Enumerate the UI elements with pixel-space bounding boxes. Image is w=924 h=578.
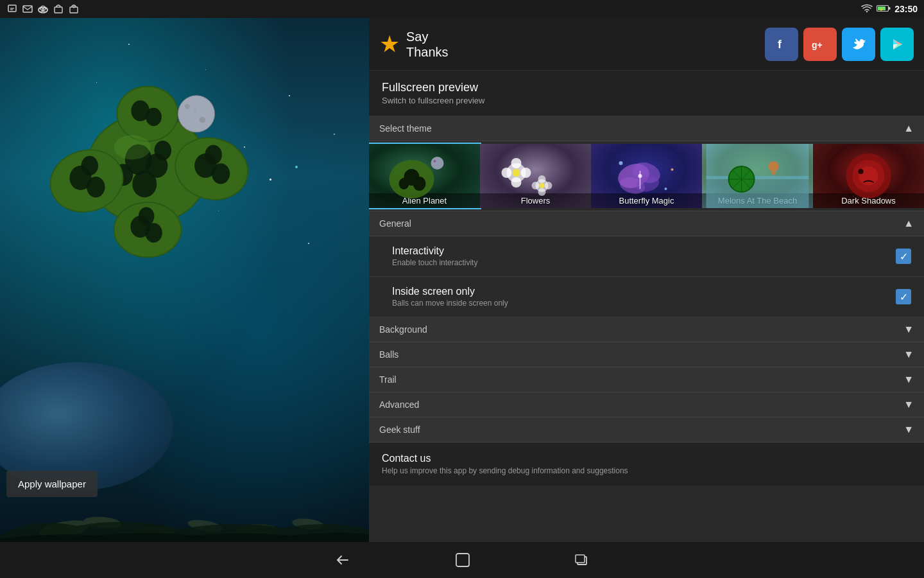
twitter-button[interactable] xyxy=(842,28,875,61)
select-theme-label: Select theme xyxy=(379,123,432,134)
email-icon xyxy=(22,3,33,15)
select-theme-header[interactable]: Select theme ▲ xyxy=(369,116,924,141)
svg-point-78 xyxy=(665,188,667,190)
theme-dark-shadows[interactable]: Dark Shadows xyxy=(813,144,924,208)
svg-point-58 xyxy=(434,160,436,162)
contact-title: Contact us xyxy=(382,453,911,464)
svg-rect-94 xyxy=(576,555,585,563)
status-icons-left xyxy=(6,3,80,15)
svg-point-17 xyxy=(132,171,157,198)
interactivity-desc: Enable touch interactivity xyxy=(392,258,896,267)
svg-point-19 xyxy=(154,141,171,160)
nav-bar xyxy=(0,542,924,578)
svg-point-62 xyxy=(502,168,512,178)
apply-wallpaper-button[interactable]: Apply wallpaper xyxy=(6,471,98,497)
svg-point-39 xyxy=(200,117,206,123)
inside-screen-checkbox[interactable]: ✓ xyxy=(896,289,911,304)
svg-point-91 xyxy=(859,169,864,174)
theme-alien-planet[interactable]: Alien Planet xyxy=(369,144,480,208)
geek-stuff-label: Geek stuff xyxy=(379,425,420,435)
svg-point-68 xyxy=(532,182,540,189)
say-thanks-section[interactable]: ★ Say Thanks xyxy=(379,29,449,60)
svg-point-26 xyxy=(212,163,230,184)
inside-screen-desc: Balls can move inside screen only xyxy=(392,299,896,308)
svg-point-38 xyxy=(185,104,190,109)
svg-point-76 xyxy=(638,174,642,178)
fullscreen-preview-section[interactable]: Fullscreen preview Switch to fullscreen … xyxy=(369,71,924,116)
inside-screen-title: Inside screen only xyxy=(392,286,896,297)
general-chevron: ▲ xyxy=(903,218,914,229)
back-button[interactable] xyxy=(334,552,352,568)
top-bar: ★ Say Thanks f g+ xyxy=(369,18,924,71)
svg-point-31 xyxy=(139,207,155,226)
svg-rect-8 xyxy=(55,7,62,13)
svg-point-69 xyxy=(545,182,552,189)
wifi-icon xyxy=(861,4,873,15)
svg-point-37 xyxy=(178,96,215,132)
svg-point-64 xyxy=(513,169,520,177)
thanks-label: Thanks xyxy=(406,44,449,60)
general-section-header[interactable]: General ▲ xyxy=(369,211,924,236)
svg-point-55 xyxy=(413,177,426,191)
balls-chevron: ▼ xyxy=(903,349,914,360)
geek-stuff-section[interactable]: Geek stuff ▼ xyxy=(369,417,924,442)
contact-desc: Help us improve this app by sending debu… xyxy=(382,466,911,475)
general-label: General xyxy=(379,218,411,229)
interactivity-title: Interactivity xyxy=(392,245,896,257)
bag-icon xyxy=(53,3,64,15)
google-plus-button[interactable]: g+ xyxy=(803,28,837,61)
theme-butterfly-magic[interactable]: Butterfly Magic xyxy=(591,144,702,208)
status-icons-right: ⚡ 23:50 xyxy=(861,4,918,15)
background-section[interactable]: Background ▼ xyxy=(369,317,924,342)
facebook-button[interactable]: f xyxy=(765,28,798,61)
interactivity-checkbox[interactable]: ✓ xyxy=(896,249,911,264)
svg-point-60 xyxy=(511,158,522,168)
advanced-chevron: ▼ xyxy=(903,399,914,410)
advanced-label: Advanced xyxy=(379,399,419,410)
home-button[interactable] xyxy=(454,552,471,568)
svg-text:f: f xyxy=(778,38,782,51)
svg-point-70 xyxy=(540,183,545,188)
notification-icon xyxy=(6,3,18,15)
svg-point-27 xyxy=(205,145,222,164)
svg-rect-81 xyxy=(706,144,809,179)
say-label: Say xyxy=(406,29,449,44)
trail-section[interactable]: Trail ▼ xyxy=(369,367,924,392)
trail-label: Trail xyxy=(379,374,397,385)
star-icon: ★ xyxy=(379,33,400,56)
svg-point-67 xyxy=(538,188,546,196)
svg-point-57 xyxy=(431,157,444,170)
svg-point-87 xyxy=(769,161,779,171)
svg-point-35 xyxy=(114,136,151,160)
advanced-section[interactable]: Advanced ▼ xyxy=(369,392,924,417)
fullscreen-title: Fullscreen preview xyxy=(382,81,911,94)
theme-grid: Alien Planet Flowers xyxy=(369,141,924,211)
svg-rect-80 xyxy=(706,176,809,208)
inside-screen-setting[interactable]: Inside screen only Balls can move inside… xyxy=(369,277,924,317)
svg-point-63 xyxy=(521,168,531,178)
svg-point-40 xyxy=(193,109,197,113)
balls-section[interactable]: Balls ▼ xyxy=(369,342,924,367)
battery-icon: ⚡ xyxy=(877,4,891,14)
time-display: 23:50 xyxy=(894,4,918,14)
general-settings: Interactivity Enable touch interactivity… xyxy=(369,236,924,317)
wallpaper-preview: Apply wallpaper xyxy=(0,18,369,542)
geek-stuff-chevron: ▼ xyxy=(903,424,914,435)
theme-flowers[interactable]: Flowers xyxy=(480,144,591,208)
right-panel: ★ Say Thanks f g+ xyxy=(369,18,924,542)
balls-label: Balls xyxy=(379,349,398,360)
svg-rect-3 xyxy=(23,6,32,12)
svg-rect-92 xyxy=(456,554,469,566)
svg-point-79 xyxy=(671,168,674,171)
interactivity-setting[interactable]: Interactivity Enable touch interactivity… xyxy=(369,236,924,277)
svg-point-77 xyxy=(619,161,623,165)
cloud-icon xyxy=(37,3,49,15)
svg-point-61 xyxy=(511,177,522,188)
theme-melons-at-beach[interactable]: Melons At The Beach xyxy=(702,144,813,208)
recents-button[interactable] xyxy=(574,552,590,568)
svg-point-30 xyxy=(145,223,162,242)
play-store-button[interactable] xyxy=(880,28,914,61)
svg-point-66 xyxy=(538,175,546,183)
contact-section[interactable]: Contact us Help us improve this app by s… xyxy=(369,442,924,486)
svg-point-56 xyxy=(399,178,409,189)
